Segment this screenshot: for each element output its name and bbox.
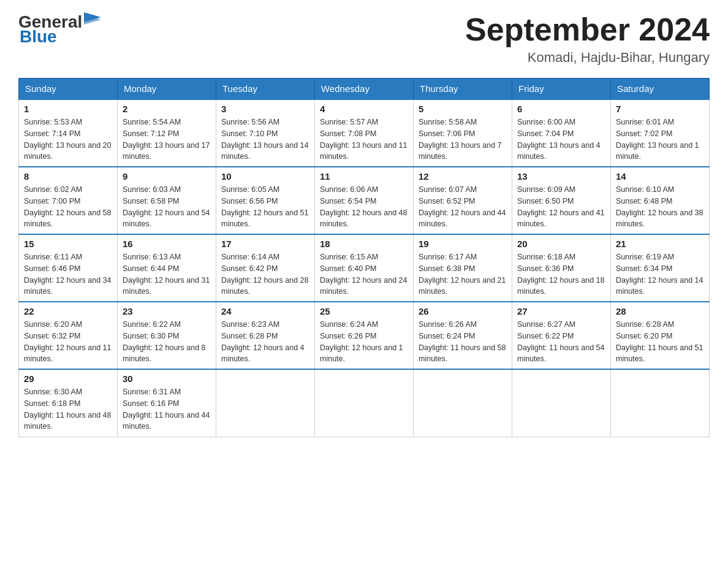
weekday-header-wednesday: Wednesday [315, 79, 414, 100]
day-info: Sunrise: 6:30 AMSunset: 6:18 PMDaylight:… [24, 386, 112, 432]
calendar-day-cell: 7Sunrise: 6:01 AMSunset: 7:02 PMDaylight… [611, 99, 710, 167]
day-info: Sunrise: 6:23 AMSunset: 6:28 PMDaylight:… [221, 319, 309, 365]
day-number: 13 [517, 171, 605, 182]
calendar-day-cell [414, 369, 512, 437]
day-info: Sunrise: 6:05 AMSunset: 6:56 PMDaylight:… [221, 184, 309, 230]
day-number: 21 [616, 239, 704, 249]
day-number: 18 [320, 239, 408, 249]
calendar-week-row: 29Sunrise: 6:30 AMSunset: 6:18 PMDayligh… [19, 369, 710, 437]
day-info: Sunrise: 6:20 AMSunset: 6:32 PMDaylight:… [24, 319, 112, 365]
month-title: September 2024 [465, 12, 710, 47]
day-number: 26 [419, 306, 507, 316]
calendar-day-cell: 2Sunrise: 5:54 AMSunset: 7:12 PMDaylight… [118, 99, 216, 167]
day-info: Sunrise: 6:22 AMSunset: 6:30 PMDaylight:… [123, 319, 211, 365]
day-info: Sunrise: 6:26 AMSunset: 6:24 PMDaylight:… [419, 319, 507, 365]
calendar-day-cell: 22Sunrise: 6:20 AMSunset: 6:32 PMDayligh… [19, 302, 118, 369]
day-info: Sunrise: 6:09 AMSunset: 6:50 PMDaylight:… [517, 184, 605, 230]
calendar-day-cell: 13Sunrise: 6:09 AMSunset: 6:50 PMDayligh… [512, 167, 611, 234]
calendar-day-cell: 29Sunrise: 6:30 AMSunset: 6:18 PMDayligh… [19, 369, 118, 437]
day-number: 25 [320, 306, 408, 316]
logo-flag-icon [84, 12, 102, 29]
logo-blue-text: Blue [20, 27, 57, 47]
day-number: 23 [123, 306, 211, 316]
calendar-week-row: 8Sunrise: 6:02 AMSunset: 7:00 PMDaylight… [19, 167, 710, 234]
calendar-day-cell: 21Sunrise: 6:19 AMSunset: 6:34 PMDayligh… [611, 234, 710, 302]
calendar-day-cell: 20Sunrise: 6:18 AMSunset: 6:36 PMDayligh… [512, 234, 611, 302]
location-subtitle: Komadi, Hajdu-Bihar, Hungary [465, 50, 710, 66]
calendar-day-cell [315, 369, 414, 437]
day-number: 15 [24, 239, 112, 249]
calendar-day-cell: 10Sunrise: 6:05 AMSunset: 6:56 PMDayligh… [216, 167, 315, 234]
weekday-header-sunday: Sunday [19, 79, 118, 100]
day-number: 3 [221, 104, 309, 114]
calendar-day-cell: 23Sunrise: 6:22 AMSunset: 6:30 PMDayligh… [118, 302, 216, 369]
calendar-table: SundayMondayTuesdayWednesdayThursdayFrid… [18, 78, 710, 437]
day-number: 9 [123, 171, 211, 182]
calendar-day-cell: 4Sunrise: 5:57 AMSunset: 7:08 PMDaylight… [315, 99, 414, 167]
day-number: 8 [24, 171, 112, 182]
day-number: 27 [517, 306, 605, 316]
calendar-day-cell: 28Sunrise: 6:28 AMSunset: 6:20 PMDayligh… [611, 302, 710, 369]
day-number: 30 [123, 373, 211, 384]
day-number: 19 [419, 239, 507, 249]
day-info: Sunrise: 6:15 AMSunset: 6:40 PMDaylight:… [320, 251, 408, 297]
calendar-day-cell: 24Sunrise: 6:23 AMSunset: 6:28 PMDayligh… [216, 302, 315, 369]
calendar-day-cell: 3Sunrise: 5:56 AMSunset: 7:10 PMDaylight… [216, 99, 315, 167]
calendar-day-cell: 12Sunrise: 6:07 AMSunset: 6:52 PMDayligh… [414, 167, 512, 234]
day-number: 14 [616, 171, 704, 182]
day-number: 2 [123, 104, 211, 114]
day-number: 28 [616, 306, 704, 316]
day-number: 24 [221, 306, 309, 316]
day-info: Sunrise: 6:28 AMSunset: 6:20 PMDaylight:… [616, 319, 704, 365]
calendar-header-row: SundayMondayTuesdayWednesdayThursdayFrid… [19, 79, 710, 100]
day-info: Sunrise: 6:31 AMSunset: 6:16 PMDaylight:… [123, 386, 211, 432]
calendar-day-cell: 30Sunrise: 6:31 AMSunset: 6:16 PMDayligh… [118, 369, 216, 437]
day-info: Sunrise: 6:24 AMSunset: 6:26 PMDaylight:… [320, 319, 408, 365]
calendar-day-cell [512, 369, 611, 437]
calendar-day-cell: 15Sunrise: 6:11 AMSunset: 6:46 PMDayligh… [19, 234, 118, 302]
day-info: Sunrise: 6:18 AMSunset: 6:36 PMDaylight:… [517, 251, 605, 297]
title-section: September 2024 Komadi, Hajdu-Bihar, Hung… [465, 12, 710, 66]
calendar-day-cell: 9Sunrise: 6:03 AMSunset: 6:58 PMDaylight… [118, 167, 216, 234]
day-info: Sunrise: 6:17 AMSunset: 6:38 PMDaylight:… [419, 251, 507, 297]
day-info: Sunrise: 5:54 AMSunset: 7:12 PMDaylight:… [123, 117, 211, 163]
calendar-week-row: 22Sunrise: 6:20 AMSunset: 6:32 PMDayligh… [19, 302, 710, 369]
day-info: Sunrise: 6:01 AMSunset: 7:02 PMDaylight:… [616, 117, 704, 163]
calendar-day-cell: 19Sunrise: 6:17 AMSunset: 6:38 PMDayligh… [414, 234, 512, 302]
day-info: Sunrise: 5:57 AMSunset: 7:08 PMDaylight:… [320, 117, 408, 163]
day-info: Sunrise: 6:02 AMSunset: 7:00 PMDaylight:… [24, 184, 112, 230]
day-number: 16 [123, 239, 211, 249]
day-number: 7 [616, 104, 704, 114]
day-info: Sunrise: 6:11 AMSunset: 6:46 PMDaylight:… [24, 251, 112, 297]
day-number: 10 [221, 171, 309, 182]
day-info: Sunrise: 6:07 AMSunset: 6:52 PMDaylight:… [419, 184, 507, 230]
weekday-header-saturday: Saturday [611, 79, 710, 100]
day-info: Sunrise: 6:13 AMSunset: 6:44 PMDaylight:… [123, 251, 211, 297]
day-number: 4 [320, 104, 408, 114]
day-info: Sunrise: 5:53 AMSunset: 7:14 PMDaylight:… [24, 117, 112, 163]
calendar-day-cell: 14Sunrise: 6:10 AMSunset: 6:48 PMDayligh… [611, 167, 710, 234]
day-info: Sunrise: 6:10 AMSunset: 6:48 PMDaylight:… [616, 184, 704, 230]
day-number: 6 [517, 104, 605, 114]
day-info: Sunrise: 6:27 AMSunset: 6:22 PMDaylight:… [517, 319, 605, 365]
weekday-header-monday: Monday [118, 79, 216, 100]
day-number: 1 [24, 104, 112, 114]
calendar-week-row: 15Sunrise: 6:11 AMSunset: 6:46 PMDayligh… [19, 234, 710, 302]
calendar-week-row: 1Sunrise: 5:53 AMSunset: 7:14 PMDaylight… [19, 99, 710, 167]
calendar-day-cell: 11Sunrise: 6:06 AMSunset: 6:54 PMDayligh… [315, 167, 414, 234]
weekday-header-thursday: Thursday [414, 79, 512, 100]
logo: General Blue [18, 12, 102, 47]
day-info: Sunrise: 5:56 AMSunset: 7:10 PMDaylight:… [221, 117, 309, 163]
calendar-day-cell: 8Sunrise: 6:02 AMSunset: 7:00 PMDaylight… [19, 167, 118, 234]
day-number: 17 [221, 239, 309, 249]
calendar-day-cell: 18Sunrise: 6:15 AMSunset: 6:40 PMDayligh… [315, 234, 414, 302]
calendar-day-cell: 25Sunrise: 6:24 AMSunset: 6:26 PMDayligh… [315, 302, 414, 369]
day-number: 20 [517, 239, 605, 249]
day-number: 11 [320, 171, 408, 182]
calendar-day-cell [611, 369, 710, 437]
day-info: Sunrise: 6:03 AMSunset: 6:58 PMDaylight:… [123, 184, 211, 230]
day-number: 22 [24, 306, 112, 316]
day-info: Sunrise: 5:58 AMSunset: 7:06 PMDaylight:… [419, 117, 507, 163]
calendar-day-cell: 6Sunrise: 6:00 AMSunset: 7:04 PMDaylight… [512, 99, 611, 167]
calendar-day-cell: 27Sunrise: 6:27 AMSunset: 6:22 PMDayligh… [512, 302, 611, 369]
